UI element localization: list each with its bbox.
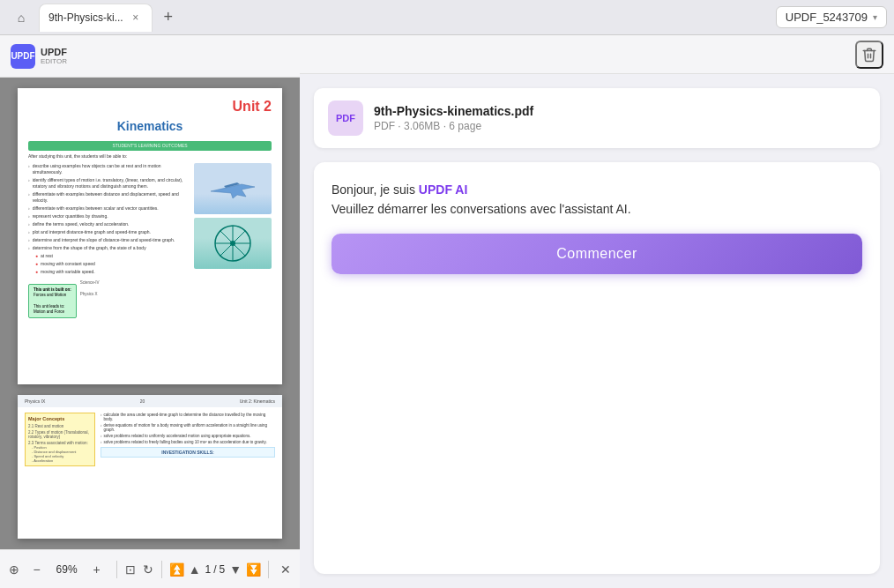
page2-bullet-2: › derive equations of motion for a body … xyxy=(101,423,275,432)
page-next-button[interactable]: ▼ xyxy=(228,557,242,582)
page2-bullet-4: › solve problems related to freely falli… xyxy=(101,440,275,444)
page2-section-title: Major Concepts xyxy=(28,416,92,421)
zoom-out-button[interactable]: − xyxy=(25,557,49,582)
page1-title: Kinematics xyxy=(28,118,272,136)
bullet-9b: ● moving with constant speed xyxy=(35,261,189,267)
updf-logo: UPDF UPDF EDITOR xyxy=(11,44,67,69)
page-prev-button[interactable]: ▲ xyxy=(188,557,202,582)
user-profile-badge[interactable]: UPDF_5243709 ▾ xyxy=(776,6,887,28)
bullet-3: › differentiate with examples between di… xyxy=(28,191,189,204)
pdf-card-filename: 9th-Physics-kinematics.pdf xyxy=(374,104,533,118)
toolbar-separator-1 xyxy=(116,561,117,578)
bullet-5: › represent vector quantities by drawing… xyxy=(28,213,189,220)
page1-green-box-built: This unit is built on:Forces and MotionT… xyxy=(28,284,77,318)
new-tab-button[interactable]: + xyxy=(156,5,181,30)
ai-name-label: UPDF AI xyxy=(419,182,467,197)
page2-content: Major Concepts 2.1 Rest and motion 2.2 T… xyxy=(18,407,282,472)
updf-logo-icon: UPDF xyxy=(11,44,35,69)
page2-right-content: › calculate the area under speed-time gr… xyxy=(101,413,275,466)
toolbar-separator-3 xyxy=(268,561,269,578)
page2-left-sidebar: Major Concepts 2.1 Rest and motion 2.2 T… xyxy=(25,413,95,466)
bullet-9: › determine from the shape of the graph,… xyxy=(28,245,189,251)
bullet-8: › determine and interpret the slope of d… xyxy=(28,237,189,243)
pdf-card-meta: PDF · 3.06MB · 6 page xyxy=(374,120,533,132)
bullet-6: › define the terms speed, velocity and a… xyxy=(28,221,189,227)
ai-greeting-line2: Veuillez démarrer les conversations avec… xyxy=(332,202,631,216)
page-first-button[interactable]: ⏫ xyxy=(169,557,184,582)
right-panel-wrapper: PDF 9th-Physics-kinematics.pdf PDF · 3.0… xyxy=(300,35,894,588)
pdf-pages-container[interactable]: Unit 2 Kinematics STUDENT'S LEARNING OUT… xyxy=(0,78,300,549)
pdf-file-card: PDF 9th-Physics-kinematics.pdf PDF · 3.0… xyxy=(314,88,880,148)
page-current: 1 xyxy=(205,563,212,576)
page-total: 5 xyxy=(220,563,226,576)
fit-width-button[interactable]: ⊡ xyxy=(123,557,138,582)
page2-bullet-1: › calculate the area under speed-time gr… xyxy=(101,413,275,421)
page1-unit: Unit 2 xyxy=(28,97,272,116)
ai-greeting: Bonjour, je suis UPDF AI Veuillez démarr… xyxy=(332,180,862,220)
rotate-button[interactable]: ↻ xyxy=(141,557,155,582)
page2-header-left: Physics IX xyxy=(25,398,45,404)
page2-header: Physics IX 20 Unit 2: Kinematics xyxy=(18,395,282,407)
page1-objectives-intro: After studying this unit, the students w… xyxy=(28,153,272,160)
page2-bullet-3: › solve problems related to uniformly ac… xyxy=(101,434,275,438)
bullet-2: › identify different types of motion i.e… xyxy=(28,177,189,190)
browser-tab[interactable]: 9th-Physics-ki... × xyxy=(39,4,153,32)
bullet-9a: ● at rest xyxy=(35,253,189,259)
zoom-controls: − 69% + xyxy=(25,557,109,582)
bullet-1: › describe using examples how objects ca… xyxy=(28,163,189,175)
chevron-down-icon: ▾ xyxy=(873,12,877,22)
toolbar-separator-2 xyxy=(161,561,162,578)
page2-header-right: Unit 2: Kinematics xyxy=(240,398,275,404)
page1-green-bar: STUDENT'S LEARNING OUTCOMES xyxy=(28,141,272,151)
zoom-value: 69% xyxy=(51,563,83,576)
page1-content: Unit 2 Kinematics STUDENT'S LEARNING OUT… xyxy=(18,88,282,327)
close-pdf-button[interactable]: ✕ xyxy=(279,557,293,582)
page-navigation: 1 / 5 xyxy=(205,563,226,576)
commencer-button[interactable]: Commencer xyxy=(332,234,862,274)
home-icon[interactable]: ⌂ xyxy=(7,5,35,30)
pdf-panel: UPDF UPDF EDITOR Unit 2 Kinematics STUDE… xyxy=(0,35,300,588)
main-area: UPDF UPDF EDITOR Unit 2 Kinematics STUDE… xyxy=(0,35,894,588)
bullet-4: › differentiate with examples between sc… xyxy=(28,205,189,212)
add-circle-button[interactable]: ⊕ xyxy=(7,557,21,582)
tab-close-icon[interactable]: × xyxy=(129,11,143,25)
pdf-card-info: 9th-Physics-kinematics.pdf PDF · 3.06MB … xyxy=(374,104,533,132)
bullet-7: › plot and interpret distance-time graph… xyxy=(28,229,189,235)
updf-topbar: UPDF UPDF EDITOR xyxy=(0,35,300,78)
pdf-page-1: Unit 2 Kinematics STUDENT'S LEARNING OUT… xyxy=(18,88,282,384)
airplane-image xyxy=(194,163,272,214)
pdf-toolbar: ⊕ − 69% + ⊡ ↻ ⏫ ▲ 1 / 5 ▼ ⏬ ✕ xyxy=(0,549,300,588)
page2-header-center: 20 xyxy=(140,398,145,404)
investigation-bar: INVESTIGATION SKILLS: xyxy=(101,447,275,458)
ai-greeting-line1: Bonjour, je suis xyxy=(332,182,415,197)
tab-title: 9th-Physics-ki... xyxy=(48,11,123,24)
page2-item-3-detail: - Position- Distance and displacement- S… xyxy=(32,445,92,463)
updf-logo-sub: EDITOR xyxy=(41,57,67,65)
updf-logo-text: UPDF xyxy=(41,47,67,57)
pdf-page-2: Physics IX 20 Unit 2: Kinematics Major C… xyxy=(18,395,282,539)
page1-green-box-refs: Science-IV Physics X xyxy=(80,280,100,318)
zoom-in-button[interactable]: + xyxy=(85,557,109,582)
ai-panel: PDF 9th-Physics-kinematics.pdf PDF · 3.0… xyxy=(300,74,894,588)
page2-item-1: 2.1 Rest and motion xyxy=(28,424,92,428)
page2-item-2: 2.2 Types of motion (Translational, rota… xyxy=(28,430,92,439)
page-last-button[interactable]: ⏬ xyxy=(246,557,261,582)
user-badge-label: UPDF_5243709 xyxy=(786,11,868,24)
page2-item-3: 2.3 Terms associated with motion: xyxy=(28,441,92,445)
page-separator: / xyxy=(213,563,216,576)
trash-button[interactable] xyxy=(855,41,883,69)
ai-content-area: Bonjour, je suis UPDF AI Veuillez démarr… xyxy=(314,162,880,574)
browser-tab-bar: ⌂ 9th-Physics-ki... × + UPDF_5243709 ▾ xyxy=(0,0,894,35)
bullet-9c: ● moving with variable speed. xyxy=(35,269,189,275)
ferris-wheel-image xyxy=(194,218,272,269)
panel-right-topbar xyxy=(300,35,894,74)
pdf-icon: PDF xyxy=(328,100,363,136)
